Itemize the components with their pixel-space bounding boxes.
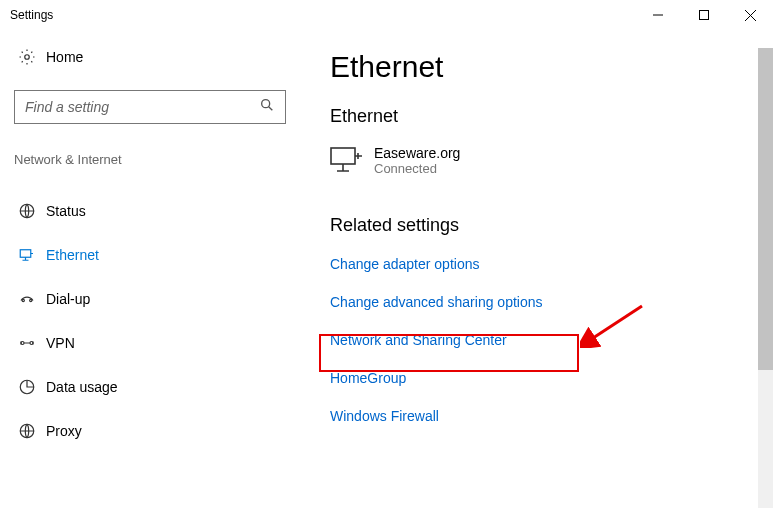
nav-item-vpn[interactable]: VPN	[14, 321, 286, 365]
nav-label: Dial-up	[46, 291, 90, 307]
search-box[interactable]	[14, 90, 286, 124]
nav-label: Data usage	[46, 379, 118, 395]
search-input[interactable]	[25, 99, 259, 115]
nav-item-status[interactable]: Status	[14, 189, 286, 233]
svg-point-5	[262, 100, 270, 108]
main-content: Ethernet Ethernet Easeware.org Connected…	[300, 30, 773, 508]
section-title: Ethernet	[330, 106, 743, 127]
nav-item-proxy[interactable]: Proxy	[14, 409, 286, 453]
network-entry[interactable]: Easeware.org Connected	[330, 145, 743, 179]
nav-item-dialup[interactable]: Dial-up	[14, 277, 286, 321]
dialup-icon	[14, 290, 40, 308]
link-homegroup[interactable]: HomeGroup	[330, 370, 743, 386]
close-button[interactable]	[727, 0, 773, 30]
page-title: Ethernet	[330, 50, 743, 84]
window-controls	[635, 0, 773, 30]
window-title: Settings	[10, 8, 53, 22]
maximize-button[interactable]	[681, 0, 727, 30]
globe-icon	[14, 202, 40, 220]
link-advanced-sharing[interactable]: Change advanced sharing options	[330, 294, 743, 310]
sidebar: Home Network & Internet Status Ethernet	[0, 30, 300, 508]
minimize-button[interactable]	[635, 0, 681, 30]
nav-label: VPN	[46, 335, 75, 351]
vpn-icon	[14, 334, 40, 352]
svg-rect-8	[20, 250, 31, 258]
proxy-icon	[14, 422, 40, 440]
home-button[interactable]: Home	[14, 44, 286, 70]
svg-line-6	[269, 107, 273, 111]
gear-icon	[14, 48, 40, 66]
ethernet-device-icon	[330, 147, 366, 179]
datausage-icon	[14, 378, 40, 396]
link-adapter-options[interactable]: Change adapter options	[330, 256, 743, 272]
titlebar: Settings	[0, 0, 773, 30]
search-icon	[259, 97, 275, 117]
related-title: Related settings	[330, 215, 743, 236]
svg-point-4	[25, 55, 30, 60]
svg-rect-1	[700, 11, 709, 20]
network-status: Connected	[374, 161, 460, 176]
scrollbar-thumb[interactable]	[758, 48, 773, 370]
svg-rect-15	[331, 148, 355, 164]
home-label: Home	[46, 49, 83, 65]
ethernet-icon	[14, 246, 40, 264]
category-label: Network & Internet	[14, 152, 286, 167]
nav-item-datausage[interactable]: Data usage	[14, 365, 286, 409]
nav-item-ethernet[interactable]: Ethernet	[14, 233, 286, 277]
nav-label: Proxy	[46, 423, 82, 439]
scrollbar[interactable]	[758, 48, 773, 508]
link-network-sharing-center[interactable]: Network and Sharing Center	[330, 332, 743, 348]
svg-point-9	[22, 299, 24, 301]
nav-label: Ethernet	[46, 247, 99, 263]
network-name: Easeware.org	[374, 145, 460, 161]
nav-label: Status	[46, 203, 86, 219]
link-windows-firewall[interactable]: Windows Firewall	[330, 408, 743, 424]
svg-point-10	[30, 299, 32, 301]
